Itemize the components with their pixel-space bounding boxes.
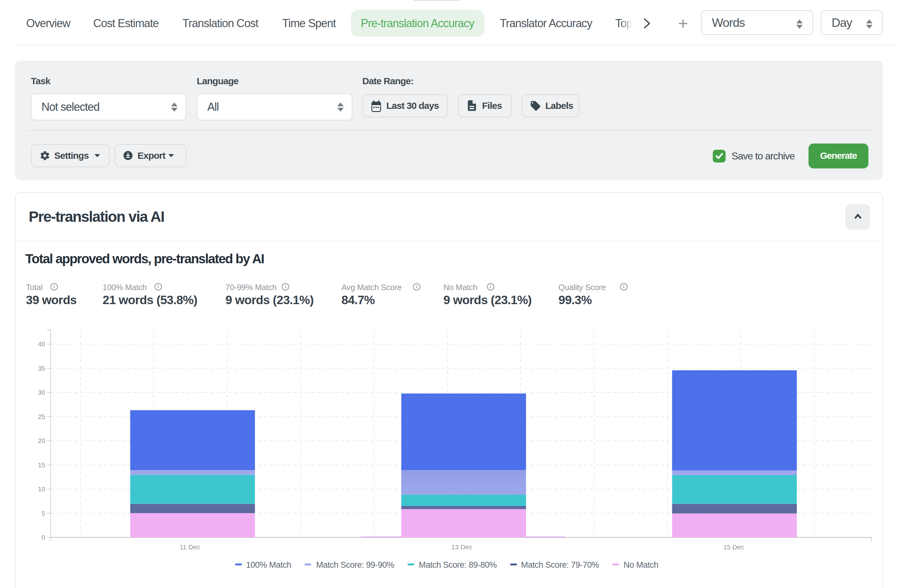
svg-text:0: 0 [42, 534, 45, 541]
svg-text:Match Score: 89-80%: Match Score: 89-80% [419, 560, 497, 570]
svg-text:11 Dec: 11 Dec [180, 543, 200, 551]
svg-text:100% Match: 100% Match [246, 560, 291, 570]
svg-text:10: 10 [38, 485, 45, 493]
svg-text:15: 15 [38, 461, 45, 468]
svg-text:Match Score: 99-90%: Match Score: 99-90% [316, 560, 394, 570]
svg-text:Match Score: 79-70%: Match Score: 79-70% [521, 560, 599, 570]
svg-text:35: 35 [38, 365, 45, 372]
svg-text:No Match: No Match [624, 560, 658, 570]
svg-text:13 Dec: 13 Dec [452, 543, 472, 551]
svg-text:30: 30 [38, 389, 45, 396]
svg-text:15 Dec: 15 Dec [723, 543, 744, 551]
svg-text:20: 20 [38, 437, 45, 444]
svg-text:5: 5 [42, 510, 45, 517]
svg-text:40: 40 [38, 340, 45, 348]
svg-text:25: 25 [38, 413, 45, 420]
